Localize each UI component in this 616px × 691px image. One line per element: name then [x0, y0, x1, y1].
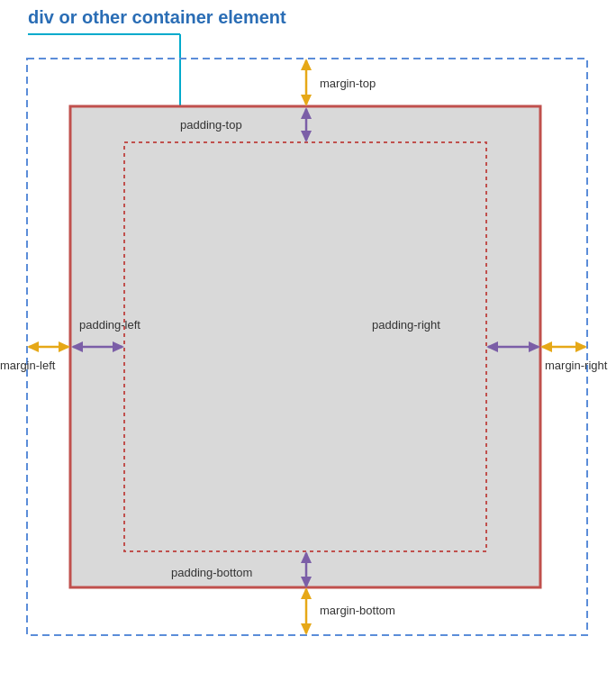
svg-marker-6 — [301, 59, 312, 70]
svg-marker-27 — [486, 341, 498, 352]
svg-marker-7 — [301, 95, 312, 106]
svg-marker-9 — [301, 107, 312, 119]
margin-top-label: margin-top — [320, 77, 376, 90]
svg-marker-22 — [113, 341, 124, 352]
padding-left-label: padding-left — [79, 318, 140, 332]
svg-rect-3 — [70, 106, 540, 587]
margin-bottom-label: margin-bottom — [320, 604, 395, 617]
svg-rect-4 — [124, 142, 486, 551]
svg-marker-13 — [301, 623, 312, 635]
page-title: div or other container element — [28, 7, 286, 28]
padding-right-label: padding-right — [372, 318, 440, 332]
svg-marker-19 — [59, 341, 70, 352]
svg-marker-24 — [540, 341, 552, 352]
padding-top-label: padding-top — [180, 118, 242, 132]
padding-bottom-label: padding-bottom — [171, 566, 252, 579]
svg-rect-2 — [27, 59, 587, 635]
svg-marker-16 — [301, 577, 312, 588]
svg-marker-12 — [301, 587, 312, 599]
margin-left-label: margin-left — [0, 359, 56, 372]
svg-marker-15 — [301, 551, 312, 563]
svg-marker-21 — [71, 341, 83, 352]
page: div or other container element margin-to… — [0, 0, 616, 691]
diagram: margin-top padding-top margin-bottom pad… — [0, 0, 616, 691]
svg-marker-18 — [27, 341, 39, 352]
margin-right-label: margin-right — [545, 359, 608, 372]
svg-marker-25 — [575, 341, 587, 352]
svg-marker-10 — [301, 131, 312, 142]
svg-marker-28 — [529, 341, 540, 352]
